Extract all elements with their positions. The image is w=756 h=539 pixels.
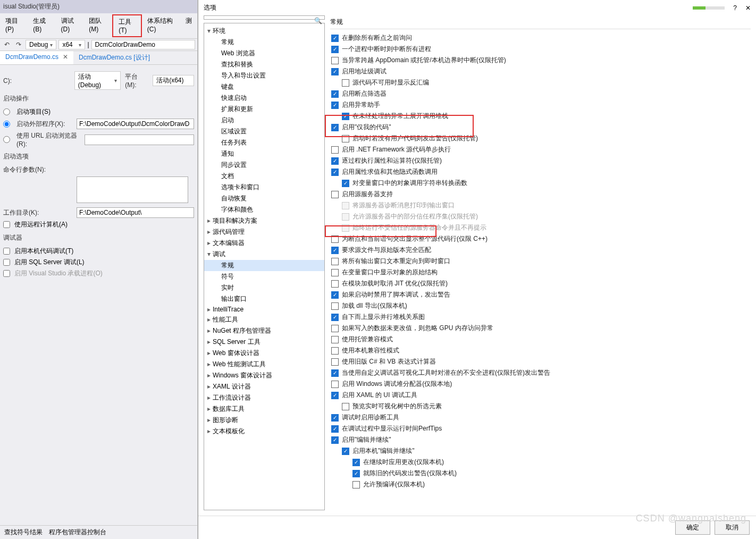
menu-test[interactable]: 测 bbox=[180, 14, 197, 37]
config-select[interactable]: 活动(Debug)▾ bbox=[74, 71, 121, 90]
remote-checkbox[interactable] bbox=[3, 221, 10, 228]
undo-button[interactable]: ↶ bbox=[2, 40, 12, 49]
tree-node[interactable]: 自动恢复 bbox=[204, 193, 324, 204]
tab-pkgconsole[interactable]: 程序包管理器控制台 bbox=[49, 528, 106, 537]
option-checkbox[interactable] bbox=[331, 302, 339, 310]
close-icon[interactable]: ✕ bbox=[63, 53, 68, 61]
option-checkbox[interactable] bbox=[331, 68, 339, 75]
tree-node[interactable]: 常规 bbox=[204, 260, 324, 271]
tree-node[interactable]: ▸NuGet 程序包管理器 bbox=[204, 325, 324, 336]
option-checkbox[interactable] bbox=[331, 269, 339, 276]
option-checkbox[interactable] bbox=[331, 291, 339, 299]
ok-button[interactable]: 确定 bbox=[675, 520, 710, 535]
tree-node[interactable]: ▾调试 bbox=[204, 249, 324, 260]
option-checkbox[interactable] bbox=[331, 46, 339, 53]
tree-node[interactable]: ▸性能工具 bbox=[204, 314, 324, 325]
menu-build[interactable]: 生成(B) bbox=[28, 14, 55, 37]
tab-source[interactable]: DcmDrawDemo.cs✕ bbox=[0, 51, 73, 64]
option-checkbox[interactable] bbox=[342, 448, 349, 455]
menu-architecture[interactable]: 体系结构(C) bbox=[142, 14, 180, 37]
option-checkbox[interactable] bbox=[331, 169, 339, 176]
option-checkbox[interactable] bbox=[331, 102, 339, 109]
option-checkbox[interactable] bbox=[331, 57, 339, 64]
tree-node[interactable]: ▸SQL Server 工具 bbox=[204, 336, 324, 348]
option-checkbox[interactable] bbox=[331, 280, 339, 288]
option-checkbox[interactable] bbox=[352, 481, 360, 489]
menu-tools[interactable]: 工具(T) bbox=[112, 14, 142, 37]
option-checkbox[interactable] bbox=[331, 247, 339, 254]
native-checkbox[interactable] bbox=[3, 248, 10, 255]
url-input[interactable] bbox=[85, 134, 194, 145]
radio-start-url[interactable] bbox=[3, 136, 10, 143]
cancel-button[interactable]: 取消 bbox=[715, 520, 750, 535]
tree-node[interactable]: 常规 bbox=[204, 37, 324, 48]
tree-node[interactable]: 启动 bbox=[204, 115, 324, 126]
radio-start-external[interactable] bbox=[3, 121, 10, 128]
tree-node[interactable]: ▸数据库工具 bbox=[204, 403, 324, 415]
option-checkbox[interactable] bbox=[331, 381, 339, 388]
option-checkbox[interactable] bbox=[331, 414, 339, 422]
tree-node[interactable]: 快速启动 bbox=[204, 92, 324, 104]
tree-node[interactable]: 实时 bbox=[204, 282, 324, 293]
option-checkbox[interactable] bbox=[331, 336, 339, 343]
option-checkbox[interactable] bbox=[331, 425, 339, 433]
close-button[interactable]: ✕ bbox=[745, 4, 751, 12]
tree-node[interactable]: 文档 bbox=[204, 171, 324, 182]
option-checkbox[interactable] bbox=[331, 235, 339, 243]
menu-debug[interactable]: 调试(D) bbox=[56, 14, 84, 37]
option-checkbox[interactable] bbox=[331, 90, 339, 98]
option-checkbox[interactable] bbox=[342, 180, 349, 187]
option-checkbox[interactable] bbox=[342, 135, 349, 142]
options-tree[interactable]: ▾环境常规Web 浏览器查找和替换导入和导出设置键盘快速启动扩展和更新启动区域设… bbox=[204, 23, 325, 510]
tab-findresults[interactable]: 查找符号结果 bbox=[4, 528, 43, 537]
tree-node[interactable]: ▸图形诊断 bbox=[204, 415, 324, 426]
option-checkbox[interactable] bbox=[331, 358, 339, 366]
tree-node[interactable]: ▾环境 bbox=[204, 26, 324, 37]
redo-button[interactable]: ↷ bbox=[14, 40, 23, 49]
tree-node[interactable]: 同步设置 bbox=[204, 159, 324, 171]
help-button[interactable]: ? bbox=[733, 4, 737, 12]
tree-node[interactable]: ▸文本模板化 bbox=[204, 426, 324, 437]
tree-node[interactable]: 区域设置 bbox=[204, 126, 324, 137]
radio-start-project[interactable] bbox=[3, 108, 10, 115]
search-input[interactable]: 🔍 bbox=[204, 15, 325, 20]
tree-node[interactable]: ▸文本编辑器 bbox=[204, 238, 324, 249]
target-dropdown[interactable]: DcmColorDrawDemo bbox=[91, 40, 196, 49]
option-checkbox[interactable] bbox=[331, 35, 339, 42]
sql-checkbox[interactable] bbox=[3, 259, 10, 266]
option-checkbox[interactable] bbox=[331, 314, 339, 321]
config-dropdown[interactable]: Debug▾ bbox=[26, 40, 56, 49]
cmdline-textarea[interactable] bbox=[77, 176, 188, 203]
menu-team[interactable]: 团队(M) bbox=[83, 14, 112, 37]
menu-project[interactable]: 项目(P) bbox=[0, 14, 28, 37]
option-checkbox[interactable] bbox=[331, 392, 339, 399]
tree-node[interactable]: 导入和导出设置 bbox=[204, 70, 324, 81]
tree-node[interactable]: 键盘 bbox=[204, 81, 324, 92]
tree-node[interactable]: 字体和颜色 bbox=[204, 204, 324, 215]
host-checkbox[interactable] bbox=[3, 270, 10, 277]
tree-node[interactable]: Web 浏览器 bbox=[204, 48, 324, 59]
tree-node[interactable]: 输出窗口 bbox=[204, 293, 324, 305]
tree-node[interactable]: ▸IntelliTrace bbox=[204, 305, 324, 314]
tree-node[interactable]: 选项卡和窗口 bbox=[204, 182, 324, 193]
option-checkbox[interactable] bbox=[342, 403, 349, 410]
option-checkbox[interactable] bbox=[331, 157, 339, 165]
tree-node[interactable]: ▸源代码管理 bbox=[204, 226, 324, 238]
tree-node[interactable]: ▸XAML 设计器 bbox=[204, 381, 324, 392]
workdir-input[interactable] bbox=[77, 207, 194, 218]
tree-node[interactable]: ▸项目和解决方案 bbox=[204, 215, 324, 226]
platform-dropdown[interactable]: x64▾ bbox=[58, 40, 85, 49]
tree-node[interactable]: 扩展和更新 bbox=[204, 104, 324, 115]
tree-node[interactable]: 查找和替换 bbox=[204, 59, 324, 70]
option-checkbox[interactable] bbox=[331, 347, 339, 355]
option-checkbox[interactable] bbox=[331, 191, 339, 198]
option-checkbox[interactable] bbox=[331, 369, 339, 377]
tree-node[interactable]: ▸工作流设计器 bbox=[204, 392, 324, 403]
option-checkbox[interactable] bbox=[342, 79, 349, 87]
option-checkbox[interactable] bbox=[342, 113, 349, 120]
option-checkbox[interactable] bbox=[331, 258, 339, 265]
option-checkbox[interactable] bbox=[352, 470, 360, 477]
platform-select[interactable]: 活动(x64) bbox=[153, 75, 194, 86]
option-checkbox[interactable] bbox=[331, 436, 339, 444]
option-checkbox[interactable] bbox=[331, 325, 339, 332]
